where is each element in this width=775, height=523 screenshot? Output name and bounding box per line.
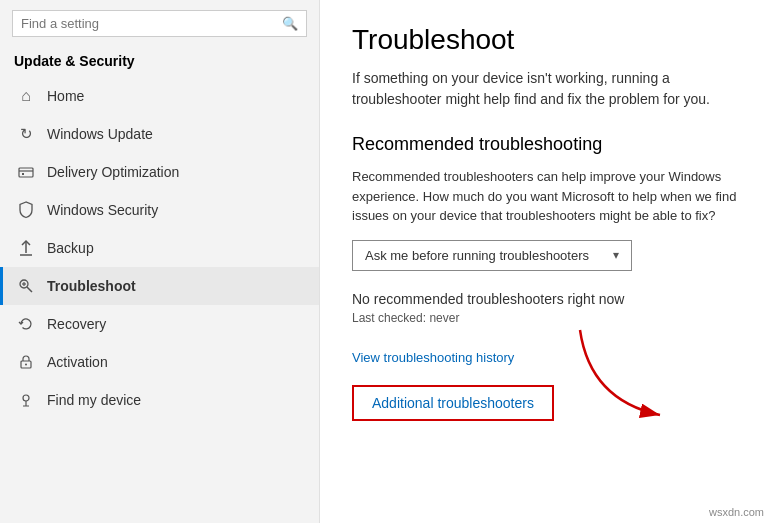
sidebar-label-troubleshoot: Troubleshoot [47, 278, 136, 294]
recommended-section-title: Recommended troubleshooting [352, 134, 743, 155]
sidebar-item-troubleshoot[interactable]: Troubleshoot [0, 267, 319, 305]
settings-window: 🔍 Update & Security ⌂ Home ↻ Windows Upd… [0, 0, 775, 523]
delivery-icon [17, 163, 35, 181]
sidebar-item-windows-security[interactable]: Windows Security [0, 191, 319, 229]
svg-line-5 [27, 287, 32, 292]
sidebar-label-backup: Backup [47, 240, 94, 256]
additional-troubleshooters-button[interactable]: Additional troubleshooters [352, 385, 554, 421]
search-box[interactable]: 🔍 [12, 10, 307, 37]
view-history-link[interactable]: View troubleshooting history [352, 350, 514, 365]
main-content: Troubleshoot If something on your device… [320, 0, 775, 523]
recommended-description: Recommended troubleshooters can help imp… [352, 167, 743, 226]
sidebar-label-delivery: Delivery Optimization [47, 164, 179, 180]
svg-rect-0 [19, 168, 33, 177]
sidebar-label-recovery: Recovery [47, 316, 106, 332]
sidebar-item-find-my-device[interactable]: Find my device [0, 381, 319, 419]
recovery-icon [17, 315, 35, 333]
shield-icon [17, 201, 35, 219]
arrow-annotation [570, 320, 700, 430]
chevron-down-icon: ▾ [613, 248, 619, 262]
sidebar-item-backup[interactable]: Backup [0, 229, 319, 267]
search-icon[interactable]: 🔍 [282, 16, 298, 31]
sidebar-label-windows-update: Windows Update [47, 126, 153, 142]
sidebar-item-windows-update[interactable]: ↻ Windows Update [0, 115, 319, 153]
troubleshoot-icon [17, 277, 35, 295]
activation-icon [17, 353, 35, 371]
dropdown-value: Ask me before running troubleshooters [365, 248, 589, 263]
sidebar-item-activation[interactable]: Activation [0, 343, 319, 381]
svg-point-10 [23, 395, 29, 401]
sidebar-item-home[interactable]: ⌂ Home [0, 77, 319, 115]
sidebar-item-recovery[interactable]: Recovery [0, 305, 319, 343]
search-input[interactable] [21, 16, 282, 31]
page-title: Troubleshoot [352, 24, 743, 56]
content-area: 🔍 Update & Security ⌂ Home ↻ Windows Upd… [0, 0, 775, 523]
find-device-icon [17, 391, 35, 409]
last-checked-text: Last checked: never [352, 311, 743, 325]
home-icon: ⌂ [17, 87, 35, 105]
sidebar-label-security: Windows Security [47, 202, 158, 218]
troubleshoot-dropdown[interactable]: Ask me before running troubleshooters ▾ [352, 240, 632, 271]
svg-point-9 [25, 364, 27, 366]
backup-icon [17, 239, 35, 257]
update-icon: ↻ [17, 125, 35, 143]
sidebar-label-home: Home [47, 88, 84, 104]
watermark: wsxdn.com [706, 505, 767, 519]
page-description: If something on your device isn't workin… [352, 68, 743, 110]
sidebar-label-activation: Activation [47, 354, 108, 370]
sidebar-label-find-device: Find my device [47, 392, 141, 408]
sidebar: 🔍 Update & Security ⌂ Home ↻ Windows Upd… [0, 0, 320, 523]
status-text: No recommended troubleshooters right now [352, 291, 743, 307]
svg-rect-1 [22, 173, 24, 175]
sidebar-item-delivery-optimization[interactable]: Delivery Optimization [0, 153, 319, 191]
sidebar-section-title: Update & Security [0, 47, 319, 77]
